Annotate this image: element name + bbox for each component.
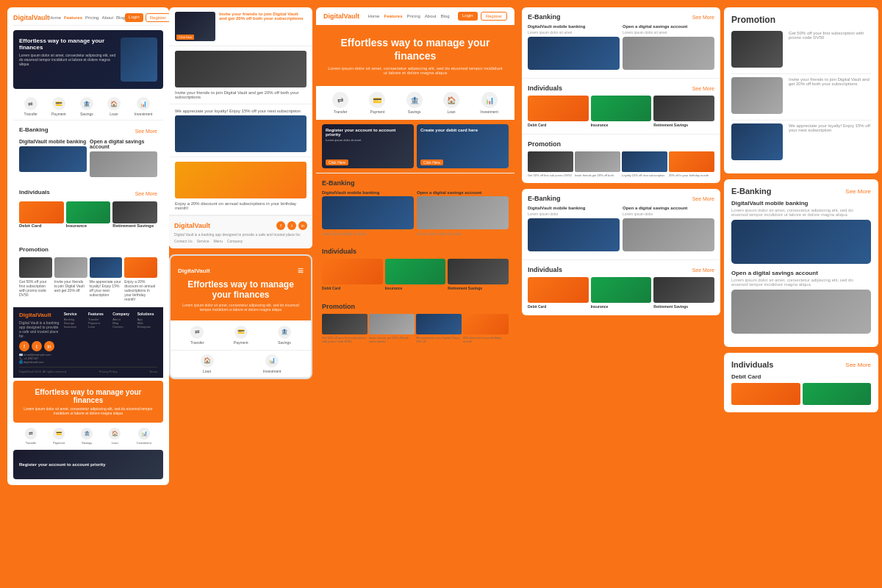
ind-retirement: Retirement Savings (112, 201, 157, 229)
promo-birthday-img (175, 162, 306, 198)
individuals-debit: Debit Card (731, 373, 871, 380)
col3-banking-2: Open a digital savings account Lorem ips… (417, 190, 509, 236)
col-5: Promotion Get 50% off your first subscri… (724, 7, 878, 581)
second-hero: Effortless way to manage your finances L… (13, 381, 163, 423)
hero-text: Effortless way to manage your finances L… (19, 37, 116, 82)
promo-title: Promotion (19, 246, 49, 253)
col4-promo: Promotion Get 50% off first sub promo DV… (522, 135, 720, 183)
col3-promo-imgs: Get 50% off your first subscription with… (322, 314, 509, 343)
service-loan: 🏠 Loan (107, 97, 121, 116)
register-btn[interactable]: Register (146, 13, 169, 22)
col4-banking2-1: DigitalVault mobile banking Lorem ipsum … (528, 206, 620, 254)
promo-loyalty-img (175, 115, 306, 152)
col4-ind-header: Individuals See More (528, 85, 714, 92)
mobile-services-2: 🏠 Loan 📊 Investment (171, 351, 311, 378)
website-mockup-card: DigitalVault Home Features Pricing About… (7, 7, 169, 485)
m-payment: 💳 Payment (234, 326, 248, 345)
bottom-banner: Register your account to account priorit… (13, 450, 163, 479)
footer-fb[interactable]: f (276, 221, 285, 230)
col4-promo-4: 20% off in your birthday month (669, 151, 714, 177)
col3-promo-2: Invite friends, get 20% off both subscri… (369, 314, 415, 343)
col4-card-2: E-Banking See More DigitalVault mobile b… (522, 189, 720, 315)
individuals-panel-header: Individuals See More (731, 360, 871, 369)
col4-ebanking2-header: E-Banking See More (528, 195, 714, 202)
ebanking-section: E-Banking See More DigitalVault mobile b… (13, 121, 163, 183)
col4-promo-imgs: Get 50% off first sub promo DV50 Invite … (528, 151, 714, 177)
footer-nav-links: Contact Us Service Menu Company (174, 239, 307, 243)
col2-footer-logo: DigitalVault (174, 222, 210, 229)
col4-banking-2: Open a digital savings account Lorem ips… (623, 24, 714, 72)
col4-ind-imgs: Debit Card Insurance Retirement Savings (528, 96, 714, 128)
individuals-imgs (731, 383, 871, 405)
service-payment: 💳 Payment (51, 97, 66, 116)
ebanking-panel-title: E-Banking (731, 187, 771, 196)
col3-click-btn[interactable]: Click Here (326, 159, 348, 165)
col4-banking2-2: Open a digital savings account Lorem ips… (623, 206, 714, 254)
col3-register-btn[interactable]: Register (481, 12, 507, 21)
col3-ebanking: E-Banking See More DigitalVault mobile b… (316, 173, 514, 242)
promo-items: Get 50% off your first subscription with… (19, 257, 157, 301)
ebanking-title: E-Banking (19, 126, 49, 133)
individuals-panel-see-more[interactable]: See More (845, 362, 871, 368)
facebook-icon[interactable]: f (19, 341, 29, 351)
promo-1: Get 50% off your first subscription with… (19, 257, 52, 301)
ebanking-detail-panel: E-Banking See More DigitalVault mobile b… (724, 179, 878, 347)
footer-ig[interactable]: in (298, 221, 307, 230)
col4-promo-1: Get 50% off first sub promo DV50 (528, 151, 573, 177)
col3-individuals: Individuals See More Debit Card Insuranc… (316, 242, 514, 297)
col3-hero-title: Effortless way to manage your finances (327, 36, 503, 62)
ind-items: Debit Card Insurance Retirement Savings (19, 201, 157, 229)
second-hero-title: Effortless way to manage your finances (21, 388, 156, 404)
banking-img-1 (19, 146, 87, 172)
footer-tw[interactable]: t (287, 221, 296, 230)
instagram-icon[interactable]: in (44, 341, 54, 351)
bottom-loan: 🏠 Loan (109, 428, 121, 445)
col3-savings: 🏦 Savings (406, 92, 423, 114)
col4-ind2-imgs: Debit Card Insurance Retirement Savings (528, 277, 714, 309)
col3-login-btn[interactable]: Login (458, 12, 478, 21)
login-btn[interactable]: Login (125, 13, 143, 22)
col4-banking2-img-2 (623, 218, 714, 251)
ebanking-see-more[interactable]: See More (135, 129, 157, 134)
col3-banking-img-2 (417, 196, 509, 229)
col3-nav-btns: Login Register (458, 12, 507, 21)
banking-item-2: Open a digital savings account (90, 139, 157, 177)
individuals-title: Individuals (19, 189, 50, 196)
col2-footer-desc: Digital Vault is a banking app designed … (174, 232, 307, 237)
m-loan: 🏠 Loan (201, 354, 214, 373)
promo-panel-1: Get 50% off your first subscription with… (731, 31, 871, 68)
col3-investment: 📊 Investment (480, 92, 498, 114)
col3-banking-imgs: DigitalVault mobile banking Lorem ipsum … (322, 190, 509, 236)
bottom-transfer: ⇄ Transfer (25, 428, 37, 445)
ebanking-detail-img-2 (731, 290, 871, 334)
col3-hero-subtitle: Lorem ipsum dolor sit amet, consectetur … (327, 66, 503, 75)
col3-promo: Promotion Get 50% off your first subscri… (316, 297, 514, 349)
col3-promo-header: Promotion (322, 303, 509, 310)
promo-4: Enjoy a 20% discount on annual subscript… (124, 257, 157, 301)
ind-insurance: Insurance (66, 201, 111, 229)
col-4: E-Banking See More DigitalVault mobile b… (522, 7, 720, 581)
col3-click-btn-2[interactable]: Click Here (420, 159, 443, 165)
promo-birthday: Enjoy a 20% discount on annual subscript… (169, 157, 312, 215)
col3-banner-row: Register your account to account priorit… (316, 120, 514, 173)
twitter-icon[interactable]: t (32, 341, 42, 351)
col4-banking-1: DigitalVault mobile banking Lorem ipsum … (528, 24, 620, 72)
col4-ebanking-2: E-Banking See More DigitalVault mobile b… (522, 189, 720, 260)
ebanking-panel-see-more[interactable]: See More (845, 188, 871, 195)
col4-ind2-header: Individuals See More (528, 266, 714, 273)
mockup-nav: Home Features Pricing About Blog (49, 15, 125, 20)
hero-banner: Effortless way to manage your finances L… (13, 30, 163, 89)
promo-50-img (175, 51, 306, 87)
col4-individuals-2: Individuals See More Debit Card Insuranc… (522, 260, 720, 315)
col4-card: E-Banking See More DigitalVault mobile b… (522, 7, 720, 183)
individuals-panel: Individuals See More Debit Card (724, 353, 878, 412)
col4-retirement-2: Retirement Savings (653, 277, 714, 309)
promo-list-card: Click Here Invite your friends to join D… (169, 7, 312, 248)
promo-2: Invite your friends to join Digital Vaul… (54, 257, 87, 301)
ebanking-panel-header: E-Banking See More (731, 187, 871, 196)
col3-promo-4: 20% discount in your birthday month! (463, 314, 509, 343)
col3-logo: DigitalVault (323, 12, 359, 20)
col3-payment: 💳 Payment (369, 92, 385, 114)
col3-retirement: Retirement Savings (448, 259, 509, 291)
col3-promo-1: Get 50% off your first subscription with… (322, 314, 368, 343)
